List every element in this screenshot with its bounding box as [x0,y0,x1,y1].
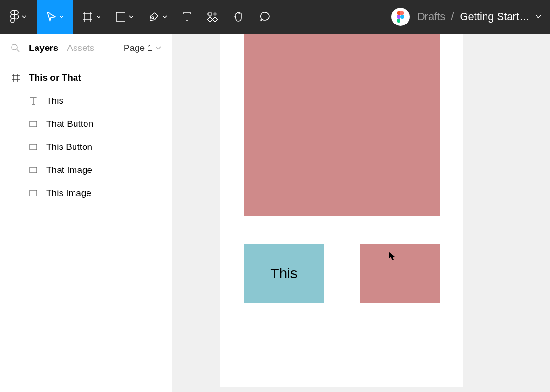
chevron-down-icon[interactable] [536,15,541,19]
svg-rect-19 [30,121,37,127]
svg-point-0 [14,15,19,19]
breadcrumb-drafts[interactable]: Drafts [417,11,446,23]
chevron-down-icon [155,46,161,50]
chevron-down-icon [22,15,26,18]
layers-panel: Layers Assets Page 1 This or That [0,34,172,392]
canvas-this-button[interactable]: This [244,244,324,303]
search-icon[interactable] [11,43,20,53]
canvas-that-button[interactable] [360,244,440,303]
text-tool-button[interactable] [176,0,198,34]
breadcrumb: Drafts / Getting Start… [417,11,541,23]
pen-tool-button[interactable] [142,0,173,34]
tab-layers[interactable]: Layers [29,43,58,53]
svg-rect-20 [30,144,37,150]
layer-label: This Button [46,142,92,152]
layer-label: This Image [46,188,91,198]
frame-tool-icon [82,11,93,23]
layers-panel-header: Layers Assets Page 1 [0,34,172,62]
chevron-down-icon [129,15,134,18]
tab-assets[interactable]: Assets [67,43,94,53]
canvas-that-image[interactable] [244,34,440,216]
rectangle-layer-icon [28,121,38,127]
comment-tool-button[interactable] [253,0,276,34]
rectangle-layer-icon [28,190,38,196]
chevron-down-icon [59,15,64,18]
resources-tool-button[interactable] [201,0,224,34]
toolbar: Drafts / Getting Start… [0,0,550,34]
svg-rect-9 [208,17,212,22]
svg-rect-8 [213,17,218,22]
layer-item-that-image[interactable]: That Image [0,159,172,182]
figma-menu-button[interactable] [0,0,37,34]
page-selector-label: Page 1 [124,43,152,53]
page-selector[interactable]: Page 1 [124,43,161,53]
breadcrumb-filename[interactable]: Getting Start… [460,11,530,23]
layers-list: This or That This That Button [0,62,172,205]
layer-label: This [46,96,63,106]
chevron-down-icon [96,15,101,18]
rectangle-tool-icon [115,12,126,22]
layer-item-this-text[interactable]: This [0,89,172,112]
canvas-this-button-label: This [270,265,298,282]
figma-logo-icon [10,10,19,24]
frame-icon [11,74,21,82]
move-tool-button[interactable] [37,0,73,34]
layer-label: That Image [46,165,92,175]
text-layer-icon [28,97,38,105]
layer-label: That Button [46,119,93,129]
layer-label: This or That [29,73,81,83]
layer-item-that-button[interactable]: That Button [0,112,172,135]
svg-point-12 [400,15,404,19]
artboard-frame[interactable]: This [220,34,463,387]
rectangle-layer-icon [28,144,38,150]
svg-rect-22 [30,190,37,196]
project-area: Drafts / Getting Start… [391,8,550,26]
text-tool-icon [182,12,192,22]
svg-rect-7 [208,12,212,17]
svg-line-14 [17,49,19,52]
shape-tool-button[interactable] [110,0,139,34]
layer-item-this-image[interactable]: This Image [0,182,172,205]
canvas[interactable]: This [172,34,550,392]
pen-tool-icon [148,11,160,23]
hand-tool-icon [233,11,244,23]
move-tool-icon [46,11,56,23]
svg-point-13 [12,44,17,50]
layer-item-this-button[interactable]: This Button [0,135,172,159]
hand-tool-button[interactable] [227,0,250,34]
breadcrumb-separator: / [451,11,454,23]
frame-tool-button[interactable] [76,0,107,34]
chevron-down-icon [162,15,167,18]
layer-frame-root[interactable]: This or That [0,66,172,89]
svg-rect-5 [116,12,125,21]
cursor-icon [388,251,396,261]
rectangle-layer-icon [28,167,38,173]
resources-icon [207,11,218,23]
comment-icon [259,11,270,23]
svg-point-6 [152,17,154,19]
figma-avatar-icon[interactable] [391,8,410,26]
svg-rect-21 [30,167,37,173]
